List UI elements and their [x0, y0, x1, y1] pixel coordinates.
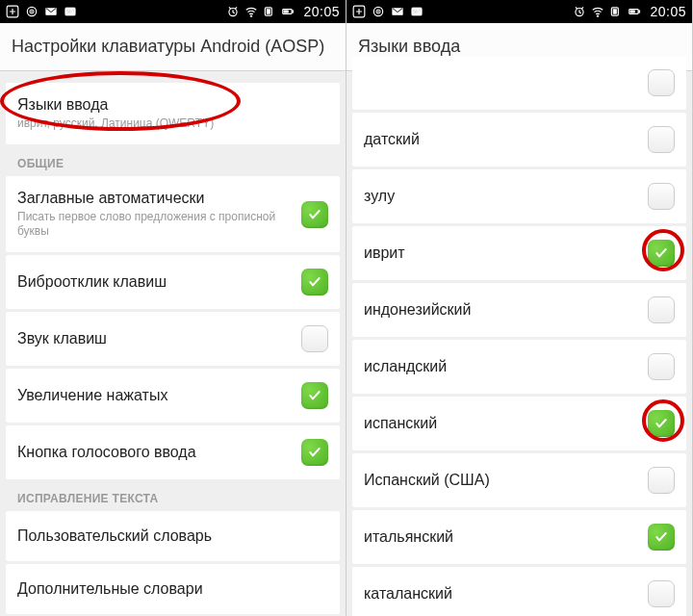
setting-row[interactable]: Кнопка голосового ввода	[6, 425, 340, 479]
status-bar: SIP 20:05	[0, 0, 346, 23]
battery-icon	[628, 5, 641, 18]
language-row[interactable]: датский	[352, 113, 686, 167]
svg-point-20	[598, 15, 600, 17]
svg-text:SIP: SIP	[413, 10, 421, 14]
row-title: Кнопка голосового ввода	[17, 444, 301, 461]
row-title: Дополнительные словари	[17, 580, 328, 598]
svg-rect-22	[614, 10, 618, 14]
row-title: каталанский	[364, 585, 648, 603]
row-title: итальянский	[364, 528, 648, 546]
row-title: Увеличение нажатых	[17, 387, 301, 404]
setting-row[interactable]: Увеличение нажатых	[6, 369, 340, 423]
list-row-partial[interactable]	[352, 56, 686, 110]
svg-text:SIP: SIP	[66, 10, 74, 14]
language-row[interactable]: индонезийский	[352, 283, 686, 337]
wifi-icon	[591, 5, 604, 18]
status-time: 20:05	[650, 4, 686, 19]
dict-row[interactable]: Дополнительные словари	[6, 564, 340, 614]
row-title: иврит	[364, 244, 648, 262]
row-title: индонезийский	[364, 301, 648, 319]
circle-icon	[25, 5, 38, 18]
toggle[interactable]	[301, 382, 328, 409]
page-title: Настройки клавиатуры Android (AOSP)	[0, 23, 346, 71]
svg-point-2	[30, 10, 35, 14]
setting-row[interactable]: Звук клавиш	[6, 312, 340, 366]
toggle[interactable]	[648, 183, 675, 210]
section-general: ОБЩИЕ	[0, 147, 346, 176]
status-bar: SIP 20:05	[346, 0, 692, 23]
row-title: испанский	[364, 415, 648, 432]
svg-rect-9	[268, 10, 271, 14]
toggle[interactable]	[648, 240, 675, 267]
svg-rect-11	[293, 11, 294, 13]
battery-icon	[281, 5, 295, 18]
row-subtitle: Писать первое слово предложения с пропис…	[17, 210, 301, 239]
section-correction: ИСПРАВЛЕНИЕ ТЕКСТА	[0, 482, 346, 511]
circle-icon	[372, 5, 385, 18]
row-title: Пользовательский словарь	[17, 527, 328, 545]
svg-point-7	[251, 15, 253, 17]
toggle[interactable]	[301, 325, 328, 352]
mail-icon	[391, 5, 404, 18]
row-subtitle: иврит, русский, Латиница (QWERTY)	[17, 116, 328, 131]
languages-list: датскийзулуивритиндонезийскийисландскийи…	[346, 71, 692, 616]
sip-icon: SIP	[64, 5, 77, 18]
row-input-languages[interactable]: Языки ввода иврит, русский, Латиница (QW…	[6, 83, 340, 144]
language-row[interactable]: зулу	[352, 169, 686, 223]
mail-icon	[44, 5, 58, 18]
plus-icon	[6, 5, 19, 18]
left-pane: SIP 20:05 Настройки клавиатуры Android (…	[0, 0, 346, 616]
row-title: датский	[364, 131, 648, 148]
toggle[interactable]	[648, 467, 675, 494]
toggle[interactable]	[648, 69, 675, 96]
toggle[interactable]	[648, 353, 675, 380]
right-pane: SIP 20:05 Языки ввода датскийзулуивритин…	[346, 0, 693, 616]
sip-icon: SIP	[410, 5, 424, 18]
svg-rect-12	[284, 11, 289, 13]
svg-rect-25	[630, 11, 635, 13]
settings-list: Языки ввода иврит, русский, Латиница (QW…	[0, 71, 346, 614]
row-title: исландский	[364, 358, 648, 375]
language-row[interactable]: иврит	[352, 226, 686, 280]
status-time: 20:05	[303, 4, 340, 19]
svg-rect-24	[639, 11, 640, 13]
toggle[interactable]	[648, 524, 675, 551]
toggle[interactable]	[648, 296, 675, 323]
signal-icon	[263, 5, 276, 18]
toggle[interactable]	[301, 439, 328, 466]
language-row[interactable]: исландский	[352, 340, 686, 394]
language-row[interactable]: итальянский	[352, 510, 686, 564]
row-title: Испанский (США)	[364, 472, 648, 489]
language-row[interactable]: каталанский	[352, 567, 686, 616]
row-title: Заглавные автоматически	[17, 190, 301, 207]
plus-icon	[352, 5, 366, 18]
toggle[interactable]	[648, 580, 675, 607]
row-title: Звук клавиш	[17, 330, 301, 347]
language-row[interactable]: испанский	[352, 397, 686, 450]
svg-point-15	[376, 10, 381, 14]
dict-row[interactable]: Пользовательский словарь	[6, 511, 340, 561]
toggle[interactable]	[301, 269, 328, 295]
row-title: Языки ввода	[17, 96, 328, 114]
toggle[interactable]	[648, 410, 675, 437]
signal-icon	[609, 5, 623, 18]
setting-row[interactable]: Виброотклик клавиш	[6, 255, 340, 309]
row-title: зулу	[364, 188, 648, 205]
setting-row[interactable]: Заглавные автоматическиПисать первое сло…	[6, 176, 340, 252]
row-title: Виброотклик клавиш	[17, 273, 301, 291]
toggle[interactable]	[301, 201, 328, 228]
wifi-icon	[244, 5, 258, 18]
alarm-icon	[573, 5, 586, 18]
alarm-icon	[226, 5, 240, 18]
toggle[interactable]	[648, 126, 675, 153]
language-row[interactable]: Испанский (США)	[352, 453, 686, 507]
